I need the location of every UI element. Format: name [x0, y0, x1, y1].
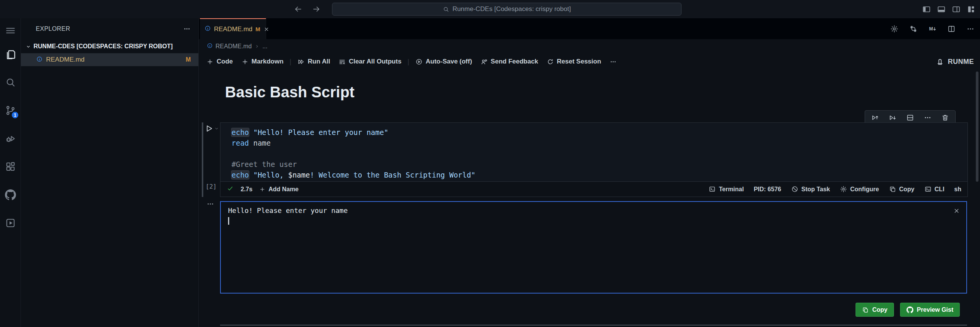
clear-all-icon [338, 58, 346, 65]
toolbar-markdown[interactable]: Markdown [237, 58, 288, 65]
workspace-section-header[interactable]: RUNME-CDES [CODESPACES: CRISPY ROBOT] [21, 40, 198, 53]
menu-icon [5, 25, 16, 36]
stop-circle-icon [791, 186, 798, 193]
status-sh[interactable]: sh [954, 186, 961, 193]
command-center-search[interactable]: Runme-CDEs [Codespaces: crispy robot] [332, 3, 682, 16]
activity-run-debug[interactable] [0, 132, 21, 145]
toolbar-auto-save-off[interactable]: Auto-Save (off) [411, 58, 476, 65]
output-menu[interactable] [206, 200, 214, 210]
info-icon [36, 56, 43, 62]
tab-readme[interactable]: README.md M [200, 18, 266, 39]
command-center-label: Runme-CDEs [Codespaces: crispy robot] [453, 5, 571, 13]
info-icon [207, 43, 213, 49]
trash-icon[interactable] [941, 114, 949, 122]
code-line: #Greet the user [231, 159, 967, 170]
activity-github[interactable] [0, 188, 21, 202]
terminal-cursor [228, 217, 229, 225]
more-icon[interactable] [966, 25, 975, 33]
refresh-icon [547, 58, 554, 65]
activity-runme[interactable] [0, 216, 21, 230]
breadcrumb[interactable]: README.md ... [199, 39, 267, 53]
gear-icon [840, 186, 847, 193]
arrow-left-icon[interactable] [294, 5, 302, 13]
activity-bar: 1 [0, 18, 21, 327]
gear-icon[interactable] [890, 25, 899, 33]
copy-icon [889, 186, 896, 193]
panel-right-icon[interactable] [952, 5, 961, 14]
notebook-toolbar: CodeMarkdown|Run AllClear All Outputs|Au… [199, 53, 980, 70]
activity-explorer[interactable] [0, 48, 21, 62]
terminal-output-line: Hello! Please enter your name [228, 206, 348, 214]
toolbar-code[interactable]: Code [202, 58, 237, 65]
preview-gist-button[interactable]: Preview Gist [900, 303, 960, 317]
run-options-chevron[interactable] [214, 126, 219, 133]
chevron-down-icon [214, 126, 219, 131]
status-stop-task[interactable]: Stop Task [791, 186, 830, 193]
search-icon [443, 6, 449, 13]
runme-icon [5, 217, 16, 229]
close-output-button[interactable] [953, 207, 960, 216]
code-line: echo "Hello, $name! Welcome to the Bash … [231, 170, 967, 180]
add-icon [206, 58, 214, 65]
svg-text:M: M [929, 26, 933, 32]
code-editor[interactable]: echo "Hello! Please enter your name"read… [220, 123, 967, 181]
code-line: echo "Hello! Please enter your name" [231, 127, 967, 138]
layout-controls [922, 0, 975, 18]
activity-search[interactable] [0, 75, 21, 89]
terminal-output[interactable]: Hello! Please enter your name [220, 201, 967, 294]
toolbar-run-all[interactable]: Run All [293, 58, 334, 65]
copy-icon [862, 306, 869, 313]
file-name: README.md [46, 56, 85, 63]
status-cli[interactable]: CLI [924, 186, 945, 193]
code-line [231, 148, 967, 159]
toolbar-reset-session[interactable]: Reset Session [543, 58, 605, 65]
file-row-readme[interactable]: README.md M [21, 53, 198, 66]
toolbar-more[interactable] [605, 58, 621, 65]
gist-actions: CopyPreview Gist [856, 303, 960, 317]
status-terminal[interactable]: Terminal [709, 186, 744, 193]
copy-button[interactable]: Copy [856, 303, 894, 317]
run-cell-button[interactable] [204, 124, 214, 135]
panel-left-icon[interactable] [922, 5, 931, 14]
activity-extensions[interactable] [0, 160, 21, 173]
activity-source-control[interactable]: 1 [0, 103, 21, 117]
tab-modified-indicator: M [255, 26, 260, 32]
editor-area: README.md M M README.md ... CodeMarkdown… [199, 18, 980, 327]
arrow-right-icon[interactable] [312, 5, 321, 13]
more-actions-icon[interactable] [183, 25, 191, 33]
chevron-down-icon [26, 44, 31, 49]
split-editor-icon[interactable] [947, 25, 956, 33]
code-cell: echo "Hello! Please enter your name"read… [220, 122, 968, 197]
panel-bottom-icon[interactable] [937, 5, 946, 14]
markdown-heading: Basic Bash Script [225, 84, 354, 101]
sidebar-header: EXPLORER [21, 18, 198, 40]
split-cell-icon[interactable] [906, 114, 914, 122]
status-copy[interactable]: Copy [889, 186, 915, 193]
more-icon [610, 58, 617, 65]
more-icon[interactable] [924, 114, 932, 122]
toolbar-clear-all-outputs[interactable]: Clear All Outputs [334, 58, 405, 65]
activity-menu[interactable] [0, 24, 21, 37]
toolbar-send-feedback[interactable]: Send Feedback [476, 58, 543, 65]
cell-focus-bar [202, 122, 203, 197]
vscode-window: Runme-CDEs [Codespaces: crispy robot] 1 … [0, 0, 980, 327]
explorer-icon [5, 49, 17, 61]
scm-badge: 1 [11, 111, 19, 119]
scrollbar-thumb[interactable] [976, 71, 978, 182]
runme-logo-icon [935, 57, 945, 66]
info-icon [204, 25, 211, 32]
success-check-icon [227, 185, 234, 192]
status-configure[interactable]: Configure [840, 186, 879, 193]
markdown-run-icon[interactable]: M [928, 25, 937, 33]
execute-above-icon[interactable] [871, 114, 879, 122]
status-pid-6576[interactable]: PID: 6576 [754, 186, 781, 193]
toolbar-divider: | [290, 58, 292, 66]
extensions-icon [5, 161, 16, 172]
runme-brand-label: RUNME [948, 58, 974, 66]
execute-below-icon[interactable] [889, 114, 897, 122]
add-name-button[interactable]: Add Name [259, 186, 298, 193]
layout-icon[interactable] [967, 5, 975, 14]
session-icon[interactable] [909, 25, 918, 33]
play-circle-icon [415, 58, 423, 65]
close-icon[interactable] [263, 26, 270, 32]
